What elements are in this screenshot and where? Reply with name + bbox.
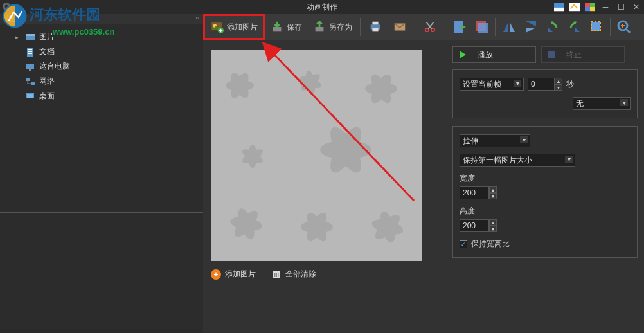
- sys-color-1[interactable]: [551, 0, 567, 14]
- crop-button[interactable]: [586, 15, 607, 39]
- height-spin-down[interactable]: ▼: [489, 226, 497, 232]
- frame-spin-up[interactable]: ▲: [555, 78, 562, 84]
- rotate-left-button[interactable]: [542, 15, 564, 39]
- svg-rect-70: [278, 273, 279, 277]
- sidebar-item-label: 这台电脑: [39, 61, 70, 72]
- flip-v-button[interactable]: [520, 15, 542, 39]
- add-image-action-label: 添加图片: [225, 269, 256, 280]
- height-value: 200: [463, 221, 476, 230]
- svg-rect-74: [591, 22, 600, 31]
- keep-size-combo[interactable]: 保持第一幅图片大小: [460, 154, 575, 166]
- preview-canvas[interactable]: [211, 50, 422, 261]
- minimize-button[interactable]: ─: [598, 0, 613, 14]
- play-button[interactable]: 播放: [452, 46, 536, 63]
- svg-rect-6: [590, 3, 595, 7]
- seconds-label: 秒: [566, 79, 574, 90]
- print-button[interactable]: [363, 14, 388, 40]
- svg-rect-13: [28, 50, 32, 50]
- keep-ratio-label: 保持宽高比: [471, 239, 510, 249]
- computer-icon: [25, 62, 35, 72]
- svg-rect-4: [569, 3, 580, 11]
- sys-color-2[interactable]: [567, 0, 582, 14]
- sidebar-item-desktop[interactable]: 桌面: [0, 89, 203, 104]
- svg-rect-3: [554, 8, 564, 11]
- set-frame-label: 设置当前帧: [463, 79, 501, 90]
- rotate-right-button[interactable]: [564, 15, 586, 39]
- width-spin-down[interactable]: ▼: [489, 193, 497, 199]
- save-as-label: 另存为: [329, 22, 352, 33]
- width-value: 200: [463, 188, 476, 197]
- frame-panel: 设置当前帧 0 ▲ ▼ 秒 无: [452, 69, 638, 118]
- zoom-button[interactable]: [613, 15, 635, 39]
- height-spin-up[interactable]: ▲: [489, 219, 497, 226]
- email-icon: [393, 20, 407, 34]
- scale-mode-combo[interactable]: 拉伸: [460, 134, 530, 147]
- clear-all-action[interactable]: 全部清除: [271, 269, 316, 280]
- cut-button[interactable]: [418, 14, 442, 40]
- keep-ratio-checkbox[interactable]: ✓: [460, 240, 467, 248]
- sidebar-item-computer[interactable]: 这台电脑: [0, 59, 203, 74]
- sys-color-3[interactable]: [582, 0, 598, 14]
- svg-rect-19: [31, 82, 35, 86]
- maximize-button[interactable]: ☐: [613, 0, 629, 14]
- height-label: 高度: [460, 206, 475, 217]
- frame-input[interactable]: 0: [528, 78, 555, 91]
- width-label: 宽度: [460, 173, 475, 184]
- stop-button[interactable]: 终止: [541, 46, 625, 63]
- document-icon: [25, 47, 35, 57]
- svg-rect-8: [590, 7, 595, 11]
- svg-rect-69: [276, 273, 278, 277]
- svg-rect-17: [29, 69, 31, 71]
- add-image-icon: [210, 20, 224, 34]
- close-button[interactable]: ✕: [629, 0, 644, 14]
- desktop-icon: [25, 91, 35, 102]
- width-spin-up[interactable]: ▲: [489, 186, 497, 193]
- svg-rect-21: [27, 94, 33, 98]
- network-icon: [25, 76, 35, 87]
- svg-point-1: [5, 5, 8, 8]
- sidebar-header: 浏图片 ⫯: [0, 14, 203, 24]
- set-frame-combo[interactable]: 设置当前帧: [460, 78, 524, 91]
- svg-rect-78: [548, 51, 555, 58]
- add-image-action[interactable]: + 添加图片: [211, 269, 256, 280]
- expand-icon[interactable]: ▸: [15, 34, 21, 40]
- save-as-button[interactable]: 另存为: [307, 14, 357, 40]
- folder-pictures-icon: [25, 32, 35, 42]
- svg-rect-18: [26, 78, 30, 81]
- svg-rect-16: [26, 64, 34, 69]
- app-icon: [1, 1, 12, 12]
- sidebar-item-network[interactable]: 网络: [0, 74, 203, 89]
- play-label: 播放: [478, 50, 493, 60]
- svg-rect-28: [372, 22, 378, 25]
- add-image-label: 添加图片: [227, 22, 258, 33]
- repeat-combo[interactable]: 无: [573, 97, 631, 110]
- sidebar: 浏图片 ⫯ ▸ 图片 文档 这台电脑 网络: [0, 14, 203, 333]
- svg-rect-5: [585, 3, 590, 7]
- save-as-icon: [312, 20, 326, 34]
- printer-icon: [368, 20, 382, 34]
- svg-rect-73: [478, 23, 488, 33]
- svg-rect-68: [274, 273, 276, 277]
- add-image-button[interactable]: 添加图片: [203, 14, 265, 40]
- clear-icon: [271, 269, 282, 280]
- sidebar-header-label: 浏图片: [4, 14, 27, 24]
- save-button[interactable]: 保存: [265, 14, 307, 40]
- size-panel: 拉伸 保持第一幅图片大小 宽度 200 ▲ ▼: [452, 126, 638, 258]
- keep-size-value: 保持第一幅图片大小: [463, 155, 532, 166]
- window-title: 动画制作: [307, 2, 337, 13]
- width-input[interactable]: 200: [460, 186, 489, 199]
- svg-rect-14: [28, 51, 32, 52]
- pin-icon[interactable]: ⫯: [195, 15, 199, 23]
- next-button[interactable]: [449, 15, 470, 39]
- canvas-area: [203, 40, 446, 261]
- add-icon: +: [211, 269, 221, 280]
- sidebar-item-pictures[interactable]: ▸ 图片: [0, 30, 203, 44]
- flip-h-button[interactable]: [498, 15, 520, 39]
- email-button[interactable]: [388, 14, 412, 40]
- height-input[interactable]: 200: [460, 219, 489, 232]
- scale-mode-value: 拉伸: [463, 136, 478, 147]
- layer-button[interactable]: [470, 15, 492, 39]
- repeat-value: 无: [576, 98, 584, 109]
- frame-spin-down[interactable]: ▼: [555, 84, 562, 91]
- sidebar-item-documents[interactable]: 文档: [0, 44, 203, 59]
